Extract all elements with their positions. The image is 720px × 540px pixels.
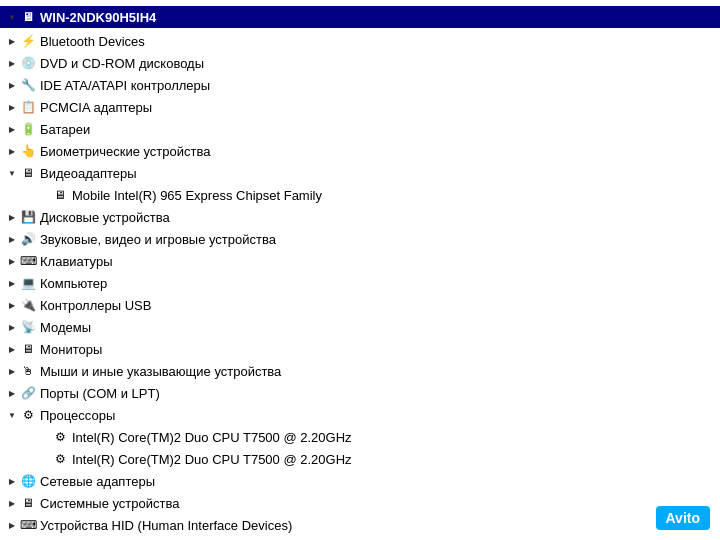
item-label-hid: Устройства HID (Human Interface Devices): [40, 518, 292, 533]
pcmcia-icon: 📋: [20, 99, 36, 115]
root-expand-arrow[interactable]: [4, 9, 20, 25]
expand-arrow-display[interactable]: [4, 165, 20, 181]
item-label-port: Порты (COM и LPT): [40, 386, 160, 401]
item-label-modem: Модемы: [40, 320, 91, 335]
item-label-display-child: Mobile Intel(R) 965 Express Chipset Fami…: [72, 188, 322, 203]
item-label-ide: IDE ATA/ATAPI контроллеры: [40, 78, 210, 93]
expand-arrow-display-child[interactable]: [36, 187, 52, 203]
expand-arrow-computer[interactable]: [4, 275, 20, 291]
item-label-usb: Контроллеры USB: [40, 298, 151, 313]
tree-item-display[interactable]: 🖥Видеоадаптеры: [0, 162, 720, 184]
expand-arrow-usb[interactable]: [4, 297, 20, 313]
tree-item-system[interactable]: 🖥Системные устройства: [0, 492, 720, 514]
expand-arrow-processor[interactable]: [4, 407, 20, 423]
battery-icon: 🔋: [20, 121, 36, 137]
device-manager-window: 🖥 WIN-2NDK90H5IH4 ⚡Bluetooth Devices💿DVD…: [0, 0, 720, 540]
expand-arrow-ide[interactable]: [4, 77, 20, 93]
expand-arrow-network[interactable]: [4, 473, 20, 489]
item-label-mouse: Мыши и иные указывающие устройства: [40, 364, 281, 379]
item-label-monitor: Мониторы: [40, 342, 102, 357]
expand-arrow-battery[interactable]: [4, 121, 20, 137]
tree-item-mouse[interactable]: 🖱Мыши и иные указывающие устройства: [0, 360, 720, 382]
computer-icon: 💻: [20, 275, 36, 291]
monitor-icon: 🖥: [20, 341, 36, 357]
item-label-system: Системные устройства: [40, 496, 179, 511]
item-label-processor: Процессоры: [40, 408, 115, 423]
tree-item-disk[interactable]: 💾Дисковые устройства: [0, 206, 720, 228]
expand-arrow-modem[interactable]: [4, 319, 20, 335]
keyboard-icon: ⌨: [20, 253, 36, 269]
item-label-disk: Дисковые устройства: [40, 210, 170, 225]
hid-icon: ⌨: [20, 517, 36, 533]
cpu-icon: ⚙: [52, 429, 68, 445]
modem-icon: 📡: [20, 319, 36, 335]
tree-item-monitor[interactable]: 🖥Мониторы: [0, 338, 720, 360]
item-label-dvd: DVD и CD-ROM дисководы: [40, 56, 204, 71]
tree-item-ide[interactable]: 🔧IDE ATA/ATAPI контроллеры: [0, 74, 720, 96]
expand-arrow-dvd[interactable]: [4, 55, 20, 71]
tree-item-cpu2[interactable]: ⚙Intel(R) Core(TM)2 Duo CPU T7500 @ 2.20…: [0, 448, 720, 470]
system-icon: 🖥: [20, 495, 36, 511]
item-label-sound: Звуковые, видео и игровые устройства: [40, 232, 276, 247]
tree-item-keyboard[interactable]: ⌨Клавиатуры: [0, 250, 720, 272]
network-icon: 🌐: [20, 473, 36, 489]
tree-item-cpu1[interactable]: ⚙Intel(R) Core(TM)2 Duo CPU T7500 @ 2.20…: [0, 426, 720, 448]
tree-items-container: ⚡Bluetooth Devices💿DVD и CD-ROM дисковод…: [0, 30, 720, 536]
item-label-network: Сетевые адаптеры: [40, 474, 155, 489]
expand-arrow-hid[interactable]: [4, 517, 20, 533]
root-label: WIN-2NDK90H5IH4: [40, 10, 156, 25]
item-label-cpu2: Intel(R) Core(TM)2 Duo CPU T7500 @ 2.20G…: [72, 452, 352, 467]
tree-item-pcmcia[interactable]: 📋PCMCIA адаптеры: [0, 96, 720, 118]
display-icon: 🖥: [20, 165, 36, 181]
usb-icon: 🔌: [20, 297, 36, 313]
item-label-keyboard: Клавиатуры: [40, 254, 113, 269]
expand-arrow-keyboard[interactable]: [4, 253, 20, 269]
expand-arrow-disk[interactable]: [4, 209, 20, 225]
tree-item-sound[interactable]: 🔊Звуковые, видео и игровые устройства: [0, 228, 720, 250]
item-label-bluetooth: Bluetooth Devices: [40, 34, 145, 49]
tree-item-network[interactable]: 🌐Сетевые адаптеры: [0, 470, 720, 492]
tree-item-bluetooth[interactable]: ⚡Bluetooth Devices: [0, 30, 720, 52]
tree-item-battery[interactable]: 🔋Батареи: [0, 118, 720, 140]
item-label-biometric: Биометрические устройства: [40, 144, 210, 159]
expand-arrow-mouse[interactable]: [4, 363, 20, 379]
tree-item-display-child[interactable]: 🖥Mobile Intel(R) 965 Express Chipset Fam…: [0, 184, 720, 206]
expand-arrow-pcmcia[interactable]: [4, 99, 20, 115]
expand-arrow-system[interactable]: [4, 495, 20, 511]
item-label-pcmcia: PCMCIA адаптеры: [40, 100, 152, 115]
tree-item-computer[interactable]: 💻Компьютер: [0, 272, 720, 294]
expand-arrow-monitor[interactable]: [4, 341, 20, 357]
device-tree: 🖥 WIN-2NDK90H5IH4 ⚡Bluetooth Devices💿DVD…: [0, 0, 720, 540]
item-label-display: Видеоадаптеры: [40, 166, 137, 181]
mouse-icon: 🖱: [20, 363, 36, 379]
port-icon: 🔗: [20, 385, 36, 401]
tree-item-biometric[interactable]: 👆Биометрические устройства: [0, 140, 720, 162]
root-node[interactable]: 🖥 WIN-2NDK90H5IH4: [0, 6, 720, 28]
sound-icon: 🔊: [20, 231, 36, 247]
tree-item-modem[interactable]: 📡Модемы: [0, 316, 720, 338]
expand-arrow-bluetooth[interactable]: [4, 33, 20, 49]
expand-arrow-port[interactable]: [4, 385, 20, 401]
item-label-battery: Батареи: [40, 122, 90, 137]
dvd-icon: 💿: [20, 55, 36, 71]
biometric-icon: 👆: [20, 143, 36, 159]
processor-icon: ⚙: [20, 407, 36, 423]
item-label-computer: Компьютер: [40, 276, 107, 291]
avito-badge: Avito: [656, 506, 710, 530]
tree-item-usb[interactable]: 🔌Контроллеры USB: [0, 294, 720, 316]
expand-arrow-cpu1[interactable]: [36, 429, 52, 445]
ide-icon: 🔧: [20, 77, 36, 93]
tree-item-dvd[interactable]: 💿DVD и CD-ROM дисководы: [0, 52, 720, 74]
computer-icon: 🖥: [20, 9, 36, 25]
tree-item-port[interactable]: 🔗Порты (COM и LPT): [0, 382, 720, 404]
expand-arrow-sound[interactable]: [4, 231, 20, 247]
cpu-icon: ⚙: [52, 451, 68, 467]
expand-arrow-cpu2[interactable]: [36, 451, 52, 467]
expand-arrow-biometric[interactable]: [4, 143, 20, 159]
tree-item-hid[interactable]: ⌨Устройства HID (Human Interface Devices…: [0, 514, 720, 536]
bluetooth-icon: ⚡: [20, 33, 36, 49]
tree-item-processor[interactable]: ⚙Процессоры: [0, 404, 720, 426]
monitor-chip-icon: 🖥: [52, 187, 68, 203]
item-label-cpu1: Intel(R) Core(TM)2 Duo CPU T7500 @ 2.20G…: [72, 430, 352, 445]
disk-icon: 💾: [20, 209, 36, 225]
